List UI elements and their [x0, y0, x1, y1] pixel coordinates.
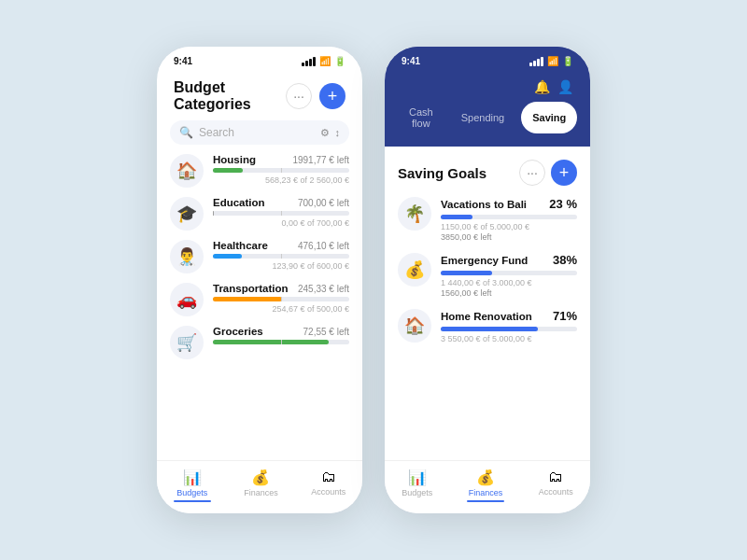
page-title: Budget Categories: [174, 79, 286, 113]
category-name: Housing: [213, 154, 256, 165]
progress-track: [213, 168, 349, 173]
battery-icon: 🔋: [334, 56, 345, 66]
goal-icon: 🏠: [398, 309, 431, 343]
nav-item-budgets[interactable]: 📊 Budgets: [174, 469, 211, 502]
progress-track: [441, 215, 577, 219]
finances-icon: 💰: [251, 469, 270, 486]
list-item[interactable]: 👨‍⚕️ Healthcare 476,10 € left 123,90 € o…: [170, 240, 349, 273]
goal-percent: 38%: [553, 253, 577, 267]
wifi-icon: 📶: [547, 56, 558, 66]
nav-label-accounts: Accounts: [311, 487, 345, 497]
sort-icon[interactable]: ↕: [335, 127, 341, 139]
filter-icon[interactable]: ⚙: [320, 127, 330, 139]
tab-saving[interactable]: Saving: [521, 102, 577, 133]
divider: [281, 340, 282, 344]
left-header: Budget Categories ··· +: [157, 70, 362, 120]
right-phone: 9:41 📶 🔋 🔔 👤: [385, 47, 590, 513]
goal-name: Vacations to Bali: [441, 199, 527, 210]
category-name: Healthcare: [213, 240, 268, 251]
list-item[interactable]: 🏠 Housing 1991,77 € left 568,23 € of 2 5…: [170, 154, 349, 188]
add-goal-button[interactable]: +: [551, 160, 577, 186]
bottom-nav: 📊 Budgets 💰 Finances 🗂 Accounts: [157, 460, 362, 513]
nav-item-accounts[interactable]: 🗂 Accounts: [311, 469, 345, 502]
list-item[interactable]: 🚗 Transportation 245,33 € left 254,67 € …: [170, 283, 349, 316]
category-icon: 🏠: [170, 154, 204, 188]
goal-name: Emergency Fund: [441, 255, 528, 266]
right-action-row: 🔔 👤: [385, 70, 590, 102]
user-icon[interactable]: 👤: [557, 79, 573, 94]
list-item[interactable]: 🎓 Education 700,00 € left 0,00 € of 700,…: [170, 197, 349, 231]
search-bar[interactable]: 🔍 Search ⚙ ↕: [170, 120, 349, 145]
finances-icon: 💰: [476, 469, 495, 486]
nav-item-finances[interactable]: 💰 Finances: [244, 469, 278, 502]
amount-left: 245,33 € left: [298, 284, 349, 294]
progress-fill: [213, 297, 282, 301]
filter-icons: ⚙ ↕: [320, 127, 341, 139]
tabs-row: Cash flow Spending Saving: [385, 102, 590, 147]
accounts-icon: 🗂: [321, 469, 336, 485]
search-input[interactable]: Search: [199, 126, 315, 139]
notification-icon[interactable]: 🔔: [534, 79, 550, 94]
list-item[interactable]: 🛒 Groceries 72,55 € left: [170, 326, 349, 359]
signal-icon: [302, 57, 316, 66]
active-indicator: [174, 500, 211, 502]
amount-left: 72,55 € left: [303, 327, 349, 337]
goal-detail: 3 550,00 € of 5.000,00 €: [441, 334, 577, 343]
add-category-button[interactable]: +: [319, 83, 345, 109]
progress-fill: [441, 327, 538, 331]
goal-icon: 🌴: [398, 197, 431, 231]
progress-fill: [213, 168, 243, 173]
header-actions: ··· +: [286, 83, 345, 109]
progress-fill: [441, 271, 492, 275]
category-icon: 🚗: [170, 283, 204, 316]
amount-left: 1991,77 € left: [292, 155, 349, 165]
list-item[interactable]: 🌴 Vacations to Bali 23 % 1150,00 € of 5.…: [398, 197, 577, 242]
saving-goals-title: Saving Goals: [398, 165, 486, 181]
goal-detail: 1 440,00 € of 3.000,00 €: [441, 278, 577, 287]
divider: [281, 168, 282, 173]
header-icons: 🔔 👤: [534, 79, 573, 94]
category-icon: 👨‍⚕️: [170, 240, 204, 273]
right-status-icons: 📶 🔋: [529, 56, 573, 66]
progress-fill: [213, 340, 329, 344]
list-item[interactable]: 🏠 Home Renovation 71% 3 550,00 € of 5.00…: [398, 309, 577, 343]
goal-left: 3850,00 € left: [441, 232, 577, 242]
more-options-button[interactable]: ···: [519, 160, 545, 186]
search-icon: 🔍: [179, 126, 193, 139]
category-name: Groceries: [213, 326, 263, 337]
category-name: Transportation: [213, 283, 289, 294]
budgets-icon: 📊: [408, 469, 427, 486]
right-header: 9:41 📶 🔋 🔔 👤: [385, 47, 590, 147]
battery-icon: 🔋: [562, 56, 573, 66]
divider: [281, 297, 282, 301]
nav-item-budgets[interactable]: 📊 Budgets: [402, 469, 432, 502]
budget-detail: 568,23 € of 2 560,00 €: [213, 175, 349, 185]
list-item[interactable]: 💰 Emergency Fund 38% 1 440,00 € of 3.000…: [398, 253, 577, 298]
signal-icon: [529, 57, 543, 66]
saving-goals-header: Saving Goals ··· +: [398, 160, 577, 186]
progress-track: [213, 340, 349, 344]
more-options-button[interactable]: ···: [286, 83, 312, 109]
goal-name: Home Renovation: [441, 311, 532, 322]
left-phone: 9:41 📶 🔋 Budget Categories ···: [157, 47, 362, 513]
budgets-icon: 📊: [183, 469, 202, 486]
progress-track: [213, 297, 349, 301]
amount-left: 700,00 € left: [298, 198, 349, 208]
progress-track: [213, 211, 349, 216]
right-status-bar: 9:41 📶 🔋: [385, 47, 590, 70]
nav-label-budgets: Budgets: [176, 488, 207, 497]
tab-spending[interactable]: Spending: [450, 102, 516, 133]
goal-left: 1560,00 € left: [441, 288, 577, 298]
progress-track: [441, 327, 577, 331]
nav-label-accounts: Accounts: [539, 487, 573, 497]
dots-icon: ···: [293, 89, 304, 104]
budget-detail: 0,00 € of 700,00 €: [213, 218, 349, 228]
progress-track: [441, 271, 577, 275]
category-icon: 🎓: [170, 197, 204, 231]
divider: [281, 211, 282, 216]
goal-icon: 💰: [398, 253, 431, 287]
tab-cashflow[interactable]: Cash flow: [398, 102, 444, 133]
nav-item-accounts[interactable]: 🗂 Accounts: [539, 469, 573, 502]
nav-item-finances[interactable]: 💰 Finances: [467, 469, 504, 502]
progress-fill: [213, 254, 242, 259]
